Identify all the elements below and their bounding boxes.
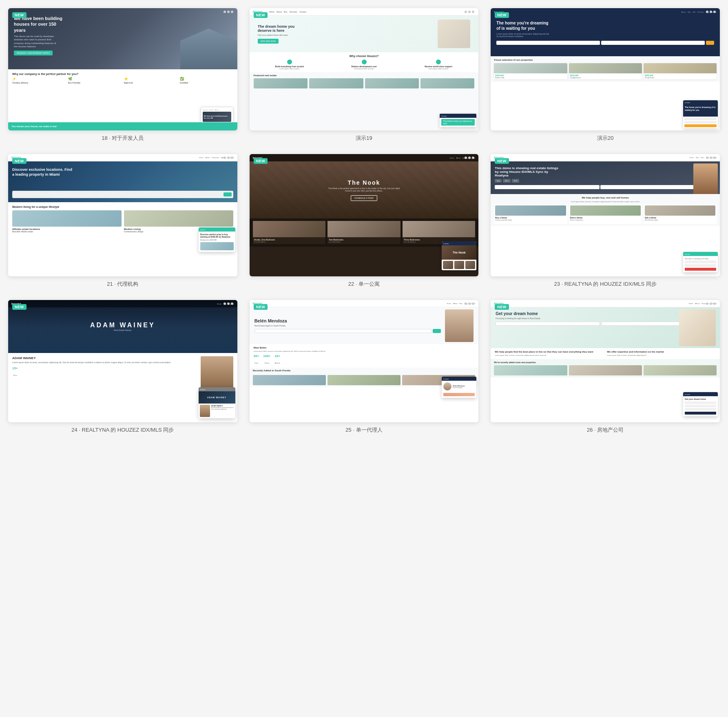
demo24-mini-nav: houzez — [199, 387, 235, 391]
demo23-help-subtitle: Lorem ipsum dolor sit amet, consectetur … — [494, 201, 717, 203]
demo-frame-23[interactable]: NEW houzez Home Buy Rent Sell Contact Th… — [491, 154, 720, 276]
demo20-nav-about[interactable]: About — [682, 11, 686, 13]
demo21-mini-text: Starting from $159,900 — [200, 239, 234, 241]
demo21-hero-content: Discover exclusive locations. Find a lea… — [12, 168, 73, 177]
demo23-mini-field-1[interactable] — [685, 260, 716, 263]
demo23-help-col-3: Sell a Home Get the best value — [644, 204, 717, 224]
demo19-mini-tagline: The dream home you deserve is here — [441, 119, 475, 126]
demo23-hero-title: This demo is showing real estate listing… — [495, 166, 560, 177]
demo20-prop-card-1[interactable]: $450,000 Modern Villa — [494, 63, 567, 79]
demo24-stat1-label: Years — [13, 374, 17, 376]
demo20-mini-field-1[interactable] — [684, 118, 717, 120]
demo24-nav-home[interactable]: Home — [217, 303, 221, 305]
demo23-mini-submit[interactable] — [685, 268, 716, 271]
demo21-search-button[interactable] — [223, 192, 232, 196]
demo21-nav-properties[interactable]: Properties — [212, 157, 219, 159]
demo24-mini-agent: ADAM WAINEY Real Estate Advisor lorem ip… — [199, 404, 235, 418]
demo23-nav-buy[interactable]: Buy — [696, 157, 699, 159]
demo20-nav-services[interactable]: Services — [697, 11, 704, 13]
demo19-nav-services[interactable]: Services — [289, 11, 297, 13]
demo-frame-24[interactable]: NEW houzez Home Buy Contact ADAM WAINEY … — [8, 300, 237, 422]
demo21-search-field2[interactable] — [119, 192, 222, 196]
demo19-nav-contact[interactable]: Contact — [299, 11, 306, 13]
demo19-label: 演示19 — [356, 135, 372, 142]
demo18-hero-btn[interactable]: REQUEST LOW-INTEREST RATES — [14, 51, 53, 55]
demo23-tab-buy[interactable]: Buy — [495, 179, 502, 183]
demo23-tab-sold[interactable]: Sold — [512, 179, 519, 183]
demo23-mini-mockup: houzez This demo is showing real estate — [683, 252, 718, 272]
demo20-prop-card-3[interactable]: $280,000 Family Home — [644, 63, 717, 79]
demo26-nav-about[interactable]: About — [695, 302, 699, 304]
demo18-hero-content: We have been building houses for over 15… — [14, 15, 63, 55]
demo21-nav-about[interactable]: About — [206, 157, 210, 159]
demo26-mini-submit[interactable] — [685, 412, 716, 415]
demo19-hero-btn[interactable]: EXPLORE NOW — [258, 39, 279, 44]
demo23-search-field[interactable] — [495, 185, 600, 189]
demo19-nav-about[interactable]: About — [277, 11, 282, 13]
demo19-mini-float: houzez The dream home you deserve is her… — [440, 114, 476, 127]
demo21-nav-home[interactable]: Home — [199, 157, 204, 159]
demo20-nav-buy[interactable]: Buy — [688, 11, 690, 13]
demo-frame-21[interactable]: NEW houzez Home About Properties Agents … — [8, 154, 237, 276]
demo20-props-grid: $450,000 Modern Villa $320,000 City Apar… — [494, 63, 717, 79]
demo25-stat-3: 18+ Awards — [274, 354, 280, 365]
demo25-nav-about[interactable]: About — [453, 302, 457, 304]
demo20-prop-card-2[interactable]: $320,000 City Apartment — [569, 63, 642, 79]
demo24-hero-title: ADAM WAINEY — [90, 322, 155, 329]
demo25-search-field[interactable] — [254, 329, 432, 333]
demo20-search-button[interactable] — [706, 41, 714, 45]
demo23-search-field2[interactable] — [600, 185, 705, 189]
demo23-hero: This demo is showing real estate listing… — [491, 161, 720, 194]
demo26-mini-field-3[interactable] — [685, 408, 716, 410]
demo25-nav-buy[interactable]: Buy — [460, 302, 462, 304]
demo26-content-cols: We help people find the best place to li… — [495, 351, 716, 357]
demo23-nav-rent[interactable]: Rent — [701, 157, 704, 159]
demo20-search-input[interactable] — [496, 41, 600, 45]
demo25-nav-home[interactable]: Home — [447, 302, 451, 304]
demo-frame-26[interactable]: NEW houzez Home About Properties Contact… — [491, 300, 720, 422]
demo-frame-18[interactable]: NEW We have been building houses for ove… — [8, 8, 237, 130]
demo23-help-col1-text: Find your perfect home — [495, 219, 566, 221]
demo20-mini-field-2[interactable] — [684, 121, 717, 124]
demo-frame-20[interactable]: NEW houzez About Buy Sell Services Blog … — [491, 8, 720, 130]
demo26-nav-home[interactable]: Home — [689, 302, 693, 304]
demo26-mini-field-2[interactable] — [685, 405, 716, 407]
demo26-col1-text: Lorem ipsum dolor sit amet, consectetur … — [495, 354, 604, 357]
demo22-mini-unit-3 — [465, 261, 475, 269]
demo21-search-field[interactable] — [14, 192, 117, 196]
demo22-mini-unit-2 — [454, 261, 464, 269]
demo-frame-25[interactable]: NEW houzez Home About Buy Blog Contact B… — [250, 300, 479, 422]
demo-frame-19[interactable]: NEW houzez Home About Buy Services Conta… — [250, 8, 479, 130]
demo19-nav-home[interactable]: Home — [269, 11, 274, 13]
demo19-prop-1 — [254, 78, 308, 88]
demo25-stat1-label: Years — [254, 362, 258, 364]
demo18-label: 18 · 对于开发人员 — [102, 135, 144, 142]
demo22-nav: houzez Home About Gallery Contact — [250, 154, 479, 161]
demo19-nav-buy[interactable]: Buy — [284, 11, 288, 13]
demo20-prop-name-1: Modern Villa — [495, 77, 504, 79]
demo19-prop-3 — [365, 78, 419, 88]
demo20-search-input2[interactable] — [601, 41, 705, 45]
demo19-why-icon-3 — [436, 60, 441, 64]
badge-new-26: NEW — [495, 304, 509, 310]
demo25-search-button[interactable] — [433, 329, 441, 333]
demo22-nav-about[interactable]: About — [456, 157, 460, 159]
demo22-hero-btn[interactable]: SCHEDULE A TOUR — [351, 195, 377, 201]
demo23-help-img-2 — [570, 205, 641, 216]
demo22-nav-home[interactable]: Home — [450, 157, 454, 159]
demo20-prop-price-3: $280,000 — [645, 74, 715, 77]
demo20-nav-sell[interactable]: Sell — [693, 11, 695, 13]
demo23-nav-home[interactable]: Home — [690, 157, 694, 159]
demo20-mini-submit[interactable] — [684, 124, 717, 127]
demo25-mini-mockup: houzez Belén Mendoza Real Estate Agent — [442, 377, 476, 398]
demo-frame-22[interactable]: NEW houzez Home About Gallery Contact Th… — [250, 154, 479, 276]
demo18-icon-1: ⚡ — [12, 77, 66, 81]
demo25-stat-2: 100+ Clients — [263, 354, 270, 365]
demo26-form-field-1[interactable] — [496, 322, 600, 326]
demo21-mini-logo: houzez — [200, 229, 206, 231]
demo25-stats: 20+ Years 100+ Clients 18+ Awards — [254, 354, 475, 365]
demo26-mini-field-1[interactable] — [685, 402, 716, 404]
demo23-tab-rent[interactable]: Rent — [503, 179, 510, 183]
demo23-mini-field-2[interactable] — [685, 264, 716, 267]
window-dots-25 — [465, 302, 474, 305]
